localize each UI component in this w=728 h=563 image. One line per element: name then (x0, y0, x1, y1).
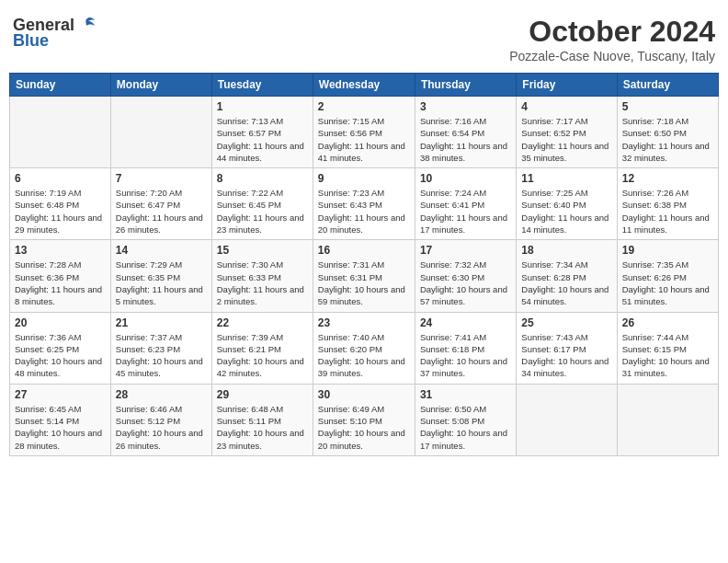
day-info: Sunrise: 6:50 AMSunset: 5:08 PMDaylight:… (420, 403, 511, 452)
day-info: Sunrise: 7:17 AMSunset: 6:52 PMDaylight:… (521, 115, 611, 164)
table-row: 29Sunrise: 6:48 AMSunset: 5:11 PMDayligh… (211, 384, 313, 455)
day-number: 1 (217, 100, 308, 113)
day-number: 13 (15, 244, 106, 257)
day-info: Sunrise: 7:15 AMSunset: 6:56 PMDaylight:… (318, 115, 410, 164)
table-row: 24Sunrise: 7:41 AMSunset: 6:18 PMDayligh… (415, 312, 516, 384)
day-number: 11 (521, 172, 611, 185)
calendar-week-row: 27Sunrise: 6:45 AMSunset: 5:14 PMDayligh… (10, 384, 719, 455)
day-number: 8 (217, 172, 308, 185)
logo: General Blue (13, 15, 97, 51)
col-saturday: Saturday (617, 74, 718, 97)
col-monday: Monday (110, 74, 211, 97)
table-row: 31Sunrise: 6:50 AMSunset: 5:08 PMDayligh… (415, 384, 516, 455)
day-info: Sunrise: 7:18 AMSunset: 6:50 PMDaylight:… (622, 115, 713, 164)
day-number: 24 (420, 316, 511, 329)
day-info: Sunrise: 7:25 AMSunset: 6:40 PMDaylight:… (521, 187, 611, 236)
day-number: 16 (318, 244, 410, 257)
calendar-week-row: 6Sunrise: 7:19 AMSunset: 6:48 PMDaylight… (10, 168, 719, 240)
calendar-week-row: 1Sunrise: 7:13 AMSunset: 6:57 PMDaylight… (10, 97, 719, 168)
day-number: 27 (15, 388, 106, 401)
table-row (617, 384, 718, 455)
table-row: 7Sunrise: 7:20 AMSunset: 6:47 PMDaylight… (110, 168, 211, 240)
table-row (517, 384, 617, 455)
day-number: 12 (622, 172, 713, 185)
table-row (110, 97, 211, 168)
day-info: Sunrise: 7:22 AMSunset: 6:45 PMDaylight:… (217, 187, 308, 236)
day-number: 9 (318, 172, 410, 185)
day-info: Sunrise: 6:45 AMSunset: 5:14 PMDaylight:… (15, 403, 106, 452)
page-header: General Blue October 2024 Pozzale-Case N… (9, 9, 719, 69)
table-row: 2Sunrise: 7:15 AMSunset: 6:56 PMDaylight… (313, 97, 415, 168)
table-row: 22Sunrise: 7:39 AMSunset: 6:21 PMDayligh… (211, 312, 313, 384)
day-info: Sunrise: 7:34 AMSunset: 6:28 PMDaylight:… (521, 259, 611, 307)
table-row: 19Sunrise: 7:35 AMSunset: 6:26 PMDayligh… (617, 240, 718, 312)
col-tuesday: Tuesday (211, 74, 313, 97)
day-number: 19 (622, 244, 713, 257)
day-info: Sunrise: 7:41 AMSunset: 6:18 PMDaylight:… (420, 331, 511, 380)
table-row: 3Sunrise: 7:16 AMSunset: 6:54 PMDaylight… (415, 97, 516, 168)
table-row: 11Sunrise: 7:25 AMSunset: 6:40 PMDayligh… (517, 168, 617, 240)
logo-bird-icon (76, 15, 97, 35)
day-info: Sunrise: 7:39 AMSunset: 6:21 PMDaylight:… (217, 331, 308, 380)
table-row: 20Sunrise: 7:36 AMSunset: 6:25 PMDayligh… (10, 312, 111, 384)
day-info: Sunrise: 7:40 AMSunset: 6:20 PMDaylight:… (318, 331, 410, 380)
table-row: 1Sunrise: 7:13 AMSunset: 6:57 PMDaylight… (211, 97, 313, 168)
table-row: 5Sunrise: 7:18 AMSunset: 6:50 PMDaylight… (617, 97, 718, 168)
day-number: 5 (622, 100, 713, 113)
day-info: Sunrise: 7:24 AMSunset: 6:41 PMDaylight:… (420, 187, 511, 236)
day-info: Sunrise: 7:36 AMSunset: 6:25 PMDaylight:… (15, 331, 106, 380)
day-number: 2 (318, 100, 410, 113)
table-row: 30Sunrise: 6:49 AMSunset: 5:10 PMDayligh… (313, 384, 415, 455)
table-row: 6Sunrise: 7:19 AMSunset: 6:48 PMDaylight… (10, 168, 111, 240)
day-number: 30 (318, 388, 410, 401)
table-row: 13Sunrise: 7:28 AMSunset: 6:36 PMDayligh… (10, 240, 111, 312)
table-row: 15Sunrise: 7:30 AMSunset: 6:33 PMDayligh… (211, 240, 313, 312)
table-row: 8Sunrise: 7:22 AMSunset: 6:45 PMDaylight… (211, 168, 313, 240)
day-info: Sunrise: 7:16 AMSunset: 6:54 PMDaylight:… (420, 115, 511, 164)
day-info: Sunrise: 7:30 AMSunset: 6:33 PMDaylight:… (217, 259, 308, 307)
calendar-week-row: 13Sunrise: 7:28 AMSunset: 6:36 PMDayligh… (10, 240, 719, 312)
day-info: Sunrise: 7:44 AMSunset: 6:15 PMDaylight:… (622, 331, 713, 380)
table-row: 28Sunrise: 6:46 AMSunset: 5:12 PMDayligh… (110, 384, 211, 455)
day-number: 10 (420, 172, 511, 185)
day-info: Sunrise: 7:35 AMSunset: 6:26 PMDaylight:… (622, 259, 713, 307)
col-thursday: Thursday (415, 74, 516, 97)
table-row: 4Sunrise: 7:17 AMSunset: 6:52 PMDaylight… (517, 97, 617, 168)
day-number: 22 (217, 316, 308, 329)
title-section: October 2024 Pozzale-Case Nuove, Tuscany… (509, 15, 715, 63)
calendar-table: Sunday Monday Tuesday Wednesday Thursday… (9, 73, 719, 456)
day-number: 4 (521, 100, 611, 113)
col-wednesday: Wednesday (313, 74, 415, 97)
day-info: Sunrise: 7:29 AMSunset: 6:35 PMDaylight:… (116, 259, 207, 307)
month-title: October 2024 (509, 15, 715, 49)
day-number: 7 (116, 172, 207, 185)
day-number: 29 (217, 388, 308, 401)
table-row: 9Sunrise: 7:23 AMSunset: 6:43 PMDaylight… (313, 168, 415, 240)
day-info: Sunrise: 7:37 AMSunset: 6:23 PMDaylight:… (116, 331, 207, 380)
table-row: 14Sunrise: 7:29 AMSunset: 6:35 PMDayligh… (110, 240, 211, 312)
day-number: 18 (521, 244, 611, 257)
table-row: 21Sunrise: 7:37 AMSunset: 6:23 PMDayligh… (110, 312, 211, 384)
day-number: 17 (420, 244, 511, 257)
table-row: 23Sunrise: 7:40 AMSunset: 6:20 PMDayligh… (313, 312, 415, 384)
day-number: 23 (318, 316, 410, 329)
day-info: Sunrise: 7:43 AMSunset: 6:17 PMDaylight:… (521, 331, 611, 380)
table-row: 17Sunrise: 7:32 AMSunset: 6:30 PMDayligh… (415, 240, 516, 312)
day-info: Sunrise: 7:19 AMSunset: 6:48 PMDaylight:… (15, 187, 106, 236)
table-row: 16Sunrise: 7:31 AMSunset: 6:31 PMDayligh… (313, 240, 415, 312)
table-row: 10Sunrise: 7:24 AMSunset: 6:41 PMDayligh… (415, 168, 516, 240)
day-info: Sunrise: 7:32 AMSunset: 6:30 PMDaylight:… (420, 259, 511, 307)
col-sunday: Sunday (10, 74, 111, 97)
table-row: 27Sunrise: 6:45 AMSunset: 5:14 PMDayligh… (10, 384, 111, 455)
day-number: 15 (217, 244, 308, 257)
table-row: 26Sunrise: 7:44 AMSunset: 6:15 PMDayligh… (617, 312, 718, 384)
day-info: Sunrise: 7:13 AMSunset: 6:57 PMDaylight:… (217, 115, 308, 164)
day-number: 28 (116, 388, 207, 401)
day-number: 20 (15, 316, 106, 329)
day-info: Sunrise: 6:46 AMSunset: 5:12 PMDaylight:… (116, 403, 207, 452)
day-number: 3 (420, 100, 511, 113)
table-row: 18Sunrise: 7:34 AMSunset: 6:28 PMDayligh… (517, 240, 617, 312)
day-info: Sunrise: 6:49 AMSunset: 5:10 PMDaylight:… (318, 403, 410, 452)
day-number: 26 (622, 316, 713, 329)
table-row (10, 97, 111, 168)
